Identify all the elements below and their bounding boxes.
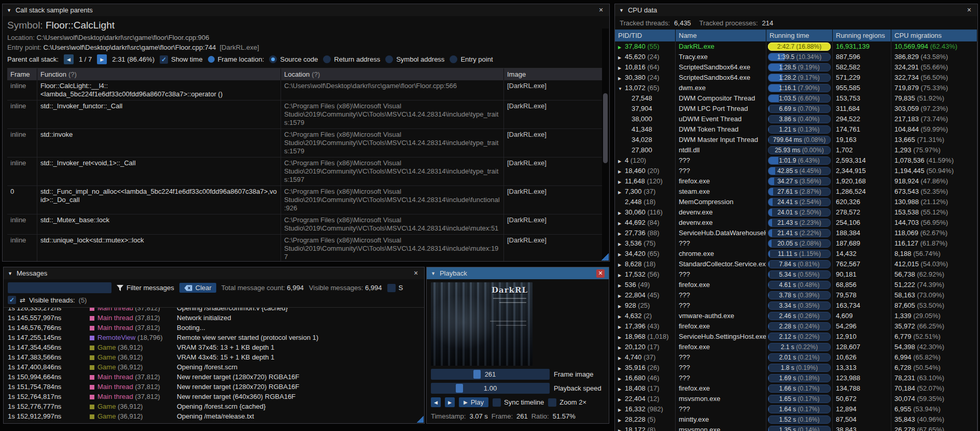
cpu-table-body[interactable]: ▶37,840 (55)DarkRL.exe2:42.7 (16.88%)16,… [615,41,977,431]
cpu-row[interactable]: 41,348DWM Token Thread1.21 s (0.13%)174,… [615,124,977,135]
expand-row-icon[interactable]: ▶ [618,415,625,425]
cpu-row[interactable]: ▶37,840 (55)DarkRL.exe2:42.7 (16.88%)16,… [615,41,977,52]
cpu-row[interactable]: ▶4,632 (2)vmware-authd.exe2.46 s (0.26%)… [615,311,977,321]
message-filter-input[interactable] [8,282,111,293]
message-row[interactable]: 1s 151,754,784nsMain thread (37,812)New … [4,382,424,392]
column-header-location[interactable]: Location(?) [281,68,504,80]
frame-slider[interactable]: 261 [431,369,550,380]
callstack-row[interactable]: inlinestd::_Invoker_functor::_CallC:\Pro… [7,100,605,129]
cpu-row[interactable]: ▶20,120 (17)firefox.exe2.1 s (0.22%)128,… [615,342,977,352]
cpu-row[interactable]: ▶35,916 (26)???1.8 s (0.19%)13,3136,728 … [615,363,977,373]
play-button[interactable]: ▶ Play [459,397,488,407]
message-row[interactable]: 1s 126,335,272nsMain thread (37,812)Open… [4,308,424,313]
cpu-row[interactable]: ▶18,460 (20)???42.85 s (4.45%)2,344,9151… [615,166,977,176]
expand-row-icon[interactable]: ▶ [618,291,625,300]
callstack-row[interactable]: inlinestd::unique_lock<std::mutex>::lock… [7,235,605,261]
expand-row-icon[interactable]: ▶ [618,53,625,62]
cpu-row[interactable]: ▶536 (49)firefox.exe4.61 s (0.48%)68,856… [615,280,977,290]
cpu-row[interactable]: ▶11,648 (120)firefox.exe34.27 s (3.56%)1… [615,176,977,186]
expand-row-icon[interactable]: ▶ [618,301,625,311]
expand-row-icon[interactable]: ▶ [618,177,625,186]
close-icon[interactable]: × [965,6,973,15]
close-icon[interactable]: × [597,6,605,15]
expand-row-icon[interactable]: ▶ [618,322,625,332]
column-header-running-regions[interactable]: Running regions [833,30,891,41]
messages-titlebar[interactable]: ▼ Messages × [4,267,424,279]
cpu-row[interactable]: ▶4 (120)???1:01.9 (6.43%)2,593,3141,078,… [615,155,977,166]
cpu-row[interactable]: 27,548DWM Compositor Thread1:03.5 (6.60%… [615,93,977,104]
cpu-row[interactable]: 27,800ntdll.dll25.93 ms (0.00%)1,7021,29… [615,145,977,155]
expand-row-icon[interactable]: ▶ [618,42,625,52]
resize-grip[interactable] [416,415,424,423]
cpu-row[interactable]: ▶45,620 (24)Tracy.exe1:39.5 (10.34%)887,… [615,52,977,62]
expand-row-icon[interactable]: ▶ [618,426,625,431]
column-header-cpu-migrations[interactable]: CPU migrations [891,30,977,41]
playback-titlebar[interactable]: ▼ Playback × [427,267,609,279]
cpu-row[interactable]: ▶928 (25)???3.34 s (0.35%)163,73487,605 … [615,300,977,311]
zoom-2x-checkbox[interactable]: ✓ Zoom 2× [548,398,586,407]
cpu-row[interactable]: ▶3,536 (75)???20.05 s (2.08%)187,689116,… [615,238,977,249]
collapse-icon[interactable]: ▼ [431,271,436,276]
callstack-titlebar[interactable]: ▼ Call stack sample parents × [3,4,609,16]
expand-row-icon[interactable]: ▶ [618,208,625,218]
cpu-row[interactable]: ▶27,736 (88)ServiceHub.DataWarehouseHost… [615,228,977,238]
column-header-name[interactable]: Name [676,30,766,41]
column-header-pid-tid[interactable]: PID/TID [615,30,676,41]
message-row[interactable]: 1s 145,557,997nsMain thread (37,812)Netw… [4,313,424,323]
column-header-frame[interactable]: Frame [7,68,37,80]
expand-row-icon[interactable]: ▶ [618,374,625,383]
cpu-row[interactable]: ▶10,816 (64)ScriptedSandbox64.exe1:28.5 … [615,62,977,73]
collapse-icon[interactable]: ▼ [7,8,11,13]
expand-row-icon[interactable]: ▶ [618,229,625,238]
step-forward-button[interactable]: ▶ [445,397,455,407]
cpu-row[interactable]: ▶30,060 (116)devenv.exe24.01 s (2.50%)27… [615,207,977,218]
collapse-icon[interactable]: ▼ [619,8,624,13]
cpu-row[interactable]: ▶8,628 (18)StandardCollector.Service.exe… [615,259,977,269]
cpu-row[interactable]: ▼13,072 (65)dwm.exe1:16.1 (7.90%)955,585… [615,83,977,93]
cpu-row[interactable]: ▶18,172 (8)msvsmon.exe1.35 s (0.14%)38,8… [615,425,977,431]
callstack-row[interactable]: inlinestd::invokeC:\Program Files (x86)\… [7,129,605,157]
cpu-row[interactable]: ▶18,968 (1,018)ServiceHub.SettingsHost.e… [615,332,977,342]
cpu-row[interactable]: ▶34,420 (65)chrome.exe11.11 s (1.15%)14,… [615,249,977,259]
radio-return-address[interactable]: Return address [323,55,380,63]
callstack-row[interactable]: inlineFloor::CalcLight::__l4::<lambda_5b… [7,80,605,100]
expand-row-icon[interactable]: ▶ [618,219,625,228]
expand-row-icon[interactable]: ▶ [618,312,625,321]
expand-row-icon[interactable]: ▶ [618,156,625,166]
cpu-row[interactable]: ▶30,380 (24)ScriptedSandbox64.exe1:28.2 … [615,73,977,83]
message-row[interactable]: 1s 152,776,777nsGame (36,912)Opening /fo… [4,401,424,411]
column-header-running-time[interactable]: Running time [766,30,833,41]
cpu-row[interactable]: ▶18,408 (17)firefox.exe1.66 s (0.17%)134… [615,383,977,394]
cpu-row[interactable]: ▶17,396 (43)firefox.exe2.28 s (0.24%)54,… [615,321,977,332]
cpu-row[interactable]: 2,448 (18)MemCompression24.41 s (2.54%)6… [615,197,977,207]
cpu-row[interactable]: ▶22,804 (45)???3.78 s (0.39%)79,57858,16… [615,290,977,300]
cpu-row[interactable]: 37,904DWM LPC Port Thread6.69 s (0.70%)3… [615,104,977,114]
expand-row-icon[interactable]: ▶ [618,74,625,83]
expand-row-icon[interactable]: ▶ [618,343,625,352]
message-row[interactable]: 1s 147,400,846nsGame (36,912)Opening /fo… [4,362,424,372]
speed-slider[interactable]: 1.00 [431,383,550,394]
expand-row-icon[interactable]: ▶ [618,270,625,280]
cpu-row[interactable]: ▶16,332 (982)???1.64 s (0.17%)12,8946,95… [615,404,977,414]
expand-row-icon[interactable]: ▶ [618,63,625,73]
cpu-row[interactable]: ▶44,692 (84)devenv.exe21.43 s (2.23%)254… [615,218,977,228]
expand-row-icon[interactable]: ▶ [618,333,625,342]
message-row[interactable]: 1s 147,383,566nsGame (36,912)VRAM 43x45:… [4,352,424,362]
expand-row-icon[interactable]: ▶ [618,281,625,290]
message-row[interactable]: 1s 152,764,817nsMain thread (37,812)New … [4,392,424,401]
cpu-row[interactable]: ▶17,532 (56)???5.34 s (0.55%)90,18156,73… [615,269,977,280]
scrollbar-thumb[interactable] [603,93,608,163]
cpu-row[interactable]: 38,000uDWM Event Thread3.86 s (0.40%)294… [615,114,977,124]
sync-timeline-checkbox[interactable]: ✓ Sync timeline [493,398,544,407]
callstack-row[interactable]: 0std::_Func_impl_no_alloc<<lambda_5bc224… [7,186,605,214]
vertical-scrollbar[interactable] [602,28,609,261]
radio-source-code[interactable]: Source code [269,55,318,63]
column-header-function[interactable]: Function(?) [37,68,281,80]
callstack-row[interactable]: inlinestd::_Mutex_base::lockC:\Program F… [7,214,605,235]
message-row[interactable]: 1s 147,255,145nsRemoteView (18,796)Remot… [4,333,424,342]
clear-button[interactable]: Clear [179,283,216,293]
message-row[interactable]: 1s 146,576,766nsMain thread (37,812)Boot… [4,323,424,333]
expand-row-icon[interactable]: ▶ [618,405,625,414]
clipped-checkbox[interactable]: ✓ S [387,284,403,292]
expand-row-icon[interactable]: ▶ [618,364,625,373]
